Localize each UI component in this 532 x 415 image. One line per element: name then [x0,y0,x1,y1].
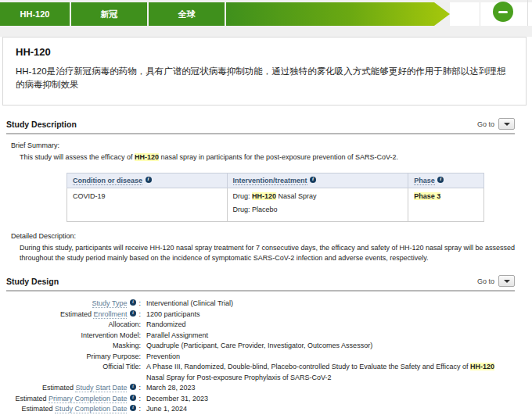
row-value-study-start-date: March 28, 2023 [146,383,512,394]
study-type-link[interactable]: Study Type [92,299,128,308]
study-design-section: Study Design Go to Study Type : Interven… [6,275,515,415]
brief-summary-highlight: HH-120 [135,153,159,161]
progress-arrow [226,2,450,26]
goto-control-design: Go to [477,275,515,287]
header-condition-term[interactable]: Condition or disease [73,177,142,185]
info-icon[interactable] [310,177,316,183]
row-label-study-type: Study Type : [6,299,141,309]
tab-xinguan[interactable]: 新冠 [71,2,147,26]
label-pre: Estimated [21,405,55,413]
label-pre: Estimated [42,384,76,392]
condition-cell: COVID-19 [67,188,228,222]
tab-hh120-label: HH-120 [20,9,50,19]
row-value-masking: Quadruple (Participant, Care Provider, I… [146,341,512,352]
official-title-post: Nasal Spray for Post-exposure Prophylaxi… [146,374,332,381]
tab-quanqiu[interactable]: 全球 [149,2,225,26]
top-strip: HH-120 新冠 全球 [0,0,532,37]
intervention-line-1: Drug: HH-120 Nasal Spray [233,192,403,200]
info-icon[interactable] [130,310,136,317]
row-value-allocation: Randomized [146,320,512,331]
header-phase: Phase [408,174,484,188]
row-label-allocation: Allocation: [6,320,141,331]
info-icon[interactable] [130,405,136,411]
row-value-official-title: A Phase III, Randomized, Double-blind, P… [146,362,512,383]
enrollment-link[interactable]: Enrollment [93,310,127,319]
tab-xinguan-label: 新冠 [101,9,118,20]
study-start-date-link[interactable]: Study Start Date [75,384,127,392]
info-icon[interactable] [437,177,444,183]
row-label-enrollment: Estimated Enrollment : [6,309,141,320]
detailed-description-label: Detailed Description: [11,232,515,240]
chevron-down-icon [504,123,510,126]
phase-cell: Phase 3 [408,188,484,222]
row-value-primary-purpose: Prevention [146,352,512,363]
header-intervention: Intervention/treatment [227,174,408,188]
goto-label: Go to [477,277,494,285]
row-label-primary-purpose: Primary Purpose: [6,352,141,363]
row-value-enrollment: 1200 participants [146,309,512,320]
bar-divider [480,2,480,26]
row-label-study-start-date: Estimated Study Start Date : [6,383,141,394]
intervention1-post: Nasal Spray [276,192,317,200]
tab-hh120[interactable]: HH-120 [0,2,70,26]
drug-description: HH-120是治疗新冠病毒的药物，具有广谱的冠状病毒抑制功能，通过独特的雾化吸入… [16,65,513,91]
info-icon[interactable] [130,395,136,401]
bar-spacer [450,2,532,26]
row-value-intervention-model: Parallel Assignment [146,331,512,342]
study-description-section: Study Description Go to Brief Summary: T… [6,118,515,263]
detailed-description-block: Detailed Description: During this study,… [11,232,515,263]
label-colon: : [137,405,141,413]
main-content: Study Description Go to Brief Summary: T… [0,106,532,415]
study-design-header: Study Design Go to [6,275,515,292]
official-title-highlight: HH-120 [470,363,494,370]
row-label-official-title: Official Title: [6,362,141,383]
condition-table-header-row: Condition or disease Intervention/treatm… [67,174,484,188]
brief-summary-block: Brief Summary: This study will assess th… [11,141,515,163]
section-title-study-design: Study Design [6,277,59,286]
right-edge-divider [527,0,528,26]
info-icon[interactable] [130,299,136,306]
label-colon: : [137,299,141,307]
row-value-study-type: Interventional (Clinical Trial) [146,299,512,309]
header-phase-term[interactable]: Phase [414,177,435,185]
drug-title: HH-120 [16,46,513,58]
official-title-pre: A Phase III, Randomized, Double-blind, P… [146,363,470,370]
brief-summary-post: nasal spray in participants for the post… [159,153,398,161]
row-label-study-completion-date: Estimated Study Completion Date : [6,404,141,415]
label-pre: Estimated [15,395,49,402]
brief-summary-pre: This study will assess the efficacy of [20,153,135,161]
info-icon[interactable] [130,384,136,390]
intervention-cell: Drug: HH-120 Nasal Spray Drug: Placebo [227,188,408,222]
row-label-intervention-model: Intervention Model: [6,331,141,342]
chevron-down-icon [504,280,510,283]
goto-label: Go to [477,120,494,128]
goto-control-description: Go to [477,118,515,130]
header-intervention-term[interactable]: Intervention/treatment [233,177,307,185]
header-condition: Condition or disease [67,174,228,188]
goto-dropdown-button[interactable] [498,118,515,130]
brief-summary-text: This study will assess the efficacy of H… [20,152,515,163]
row-value-study-completion-date: June 1, 2024 [146,404,512,415]
drug-card: HH-120 HH-120是治疗新冠病毒的药物，具有广谱的冠状病毒抑制功能，通过… [2,37,527,106]
label-colon: : [137,384,141,392]
intervention1-pre: Drug: [233,192,253,200]
intervention-line-2: Drug: Placebo [233,206,403,213]
label-colon: : [137,310,141,318]
breadcrumb-bar: HH-120 新冠 全球 [0,2,532,26]
condition-table: Condition or disease Intervention/treatm… [66,173,484,222]
condition-table-row: COVID-19 Drug: HH-120 Nasal Spray Drug: … [67,188,484,222]
primary-completion-date-link[interactable]: Primary Completion Date [49,395,128,403]
detailed-description-text: During this study, participants will rec… [20,243,515,263]
row-label-masking: Masking: [6,341,141,352]
section-title-study-description: Study Description [6,120,77,129]
info-icon[interactable] [146,177,152,183]
collapse-button[interactable] [493,2,513,22]
tab-quanqiu-label: 全球 [178,9,196,20]
row-label-primary-completion-date: Estimated Primary Completion Date : [6,394,141,405]
goto-dropdown-button[interactable] [498,275,515,287]
brief-summary-label: Brief Summary: [11,141,515,149]
intervention1-highlight: HH-120 [252,192,276,200]
study-completion-date-link[interactable]: Study Completion Date [55,405,128,413]
study-design-grid: Study Type : Interventional (Clinical Tr… [6,299,515,415]
label-pre: Estimated [60,310,94,318]
